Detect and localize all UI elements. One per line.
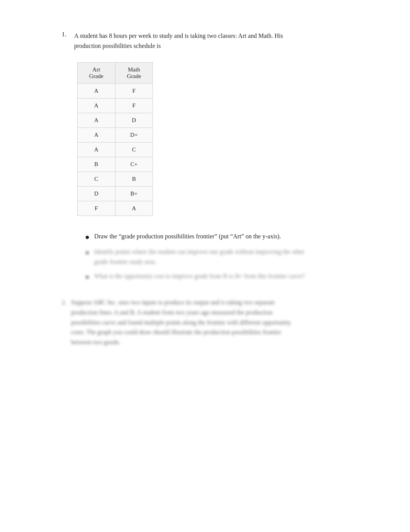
question-1-body: A student has 8 hours per week to study … [74,31,306,51]
table-row: DB+ [78,187,153,201]
art-grade-cell: C [78,172,115,187]
bullet-text-3: What is the opportunity cost to improve … [94,271,305,282]
table-row: CB [78,172,153,187]
art-grade-cell: A [78,99,115,113]
art-grade-cell: A [78,128,115,143]
table-row: FA [78,201,153,216]
bullet-dot-3: ● [85,271,90,282]
production-table: Art Grade Math Grade AFAFADAD+ACBC+CBDB+… [77,62,371,216]
table-row: AC [78,143,153,157]
art-grade-cell: D [78,187,115,201]
table-row: AD [78,113,153,128]
question-2-body: Suppose ABC Inc. uses two inputs to prod… [71,297,301,347]
table-body: AFAFADAD+ACBC+CBDB+FA [78,84,153,216]
bullet-text-1: Draw the “grade production possibilities… [94,231,281,242]
table-row: AF [78,84,153,99]
math-grade-cell: B+ [115,187,153,201]
question-2-text: 2. Suppose ABC Inc. uses two inputs to p… [62,297,301,347]
question-2-number: 2. [62,297,66,347]
math-grade-header: Math Grade [115,63,153,84]
question-1-text: 1. A student has 8 hours per week to stu… [39,31,371,51]
bullet-item-3: ● What is the opportunity cost to improv… [85,271,317,282]
math-grade-cell: C [115,143,153,157]
math-grade-cell: B [115,172,153,187]
math-grade-cell: C+ [115,157,153,172]
math-grade-cell: D [115,113,153,128]
table-row: AF [78,99,153,113]
schedule-table: Art Grade Math Grade AFAFADAD+ACBC+CBDB+… [77,62,153,216]
table-row: AD+ [78,128,153,143]
table-row: BC+ [78,157,153,172]
math-grade-cell: A [115,201,153,216]
art-grade-cell: A [78,143,115,157]
bullet-item-1: ● Draw the “grade production possibiliti… [85,231,317,242]
bullet-dot-1: ● [85,231,90,242]
math-grade-cell: F [115,84,153,99]
math-grade-cell: D+ [115,128,153,143]
question-2-block: 2. Suppose ABC Inc. uses two inputs to p… [39,297,371,347]
bullet-text-2: Identify points where the student can im… [94,247,317,267]
art-grade-header: Art Grade [78,63,115,84]
math-grade-cell: F [115,99,153,113]
art-grade-cell: F [78,201,115,216]
art-grade-cell: B [78,157,115,172]
question-1-number: 1. [62,31,69,51]
table-header-row: Art Grade Math Grade [78,63,153,84]
art-grade-cell: A [78,84,115,99]
bullet-dot-2: ● [85,247,90,267]
bullet-list: ● Draw the “grade production possibiliti… [39,231,371,282]
bullet-item-2: ● Identify points where the student can … [85,247,317,267]
art-grade-cell: A [78,113,115,128]
question-1-block: 1. A student has 8 hours per week to stu… [39,31,371,282]
